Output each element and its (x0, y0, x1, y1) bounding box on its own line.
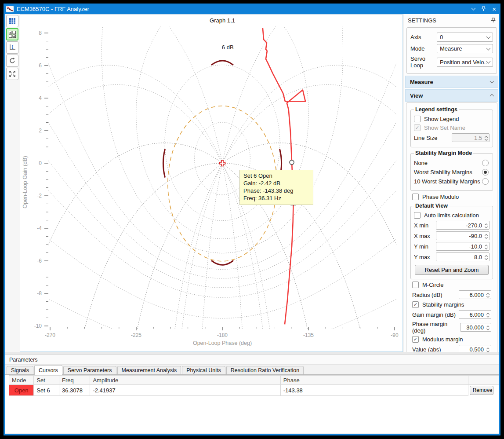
tooltip-freq: Freq: 36.31 Hz (243, 195, 309, 202)
svg-text:8: 8 (39, 30, 42, 36)
remove-cursor-button[interactable]: Remove (470, 386, 493, 395)
servo-loop-label: Servo Loop (410, 55, 437, 69)
cursors-table: Mode Set Freq Amplitude Phase Open Set 6… (9, 375, 499, 396)
col-set: Set (34, 376, 59, 385)
svg-text:-6: -6 (37, 258, 42, 264)
show-legend-label: Show Legend (424, 116, 459, 122)
reset-zoom-icon (8, 57, 16, 65)
table-header-row: Mode Set Freq Amplitude Phase (9, 376, 499, 385)
xmax-spinner[interactable]: -90.0 (436, 231, 489, 240)
app-icon (6, 6, 14, 12)
gain-margin-label: Gain margin (dB) (412, 311, 456, 318)
tab-signals[interactable]: Signals (7, 366, 33, 374)
auto-limits-checkbox[interactable] (414, 212, 421, 219)
auto-limits-label: Auto limits calculation (424, 212, 479, 219)
svg-text:-225: -225 (131, 332, 141, 338)
axes: -270-225-180-135-9086420-2-4-6-8-10 (34, 30, 399, 338)
parameters-header: Parameters (5, 355, 499, 365)
cursor-set-cell: Set 6 (34, 385, 59, 396)
pin-icon[interactable] (491, 18, 496, 23)
option-10worst-radio[interactable] (482, 178, 489, 185)
radius-spinner[interactable]: 6.000 (459, 290, 491, 299)
phase-modulo-label: Phase Modulo (422, 194, 459, 200)
svg-text:4: 4 (39, 95, 42, 101)
fullscreen-button[interactable] (6, 68, 18, 80)
col-mode: Mode (9, 376, 34, 385)
value-abs-spinner[interactable]: 0.500 (459, 345, 491, 352)
show-set-name-label: Show Set Name (424, 124, 465, 131)
value-abs-label: Value (abs) (412, 346, 441, 352)
stability-margin-mode-title: Stability Margin Mode (414, 150, 473, 156)
ymin-label: Y min (414, 243, 428, 250)
default-view-group: Default View Auto limits calculation X m… (410, 203, 493, 279)
axis-scale-button[interactable] (6, 41, 18, 54)
phase-margin-spinner[interactable]: 30.000 (460, 323, 491, 332)
xmax-label: X max (414, 233, 430, 239)
cursor-tooltip: Set 6 Open Gain: -2.42 dB Phase: -143.38… (239, 170, 313, 205)
servo-loop-select[interactable]: Position and Velo... (437, 58, 493, 67)
ymin-spinner[interactable]: -10.0 (436, 242, 489, 251)
cursor-phase-cell: -143.38 (280, 385, 468, 396)
tab-measurement-analysis[interactable]: Measurement Analysis (117, 366, 181, 374)
ymax-spinner[interactable]: 8.0 (436, 252, 489, 261)
phase-modulo-checkbox[interactable] (412, 194, 419, 200)
stability-margin-mode-group: Stability Margin Mode None Worst Stabili… (410, 150, 493, 191)
show-legend-checkbox[interactable] (414, 116, 421, 122)
pin-icon[interactable] (481, 6, 486, 11)
axis-mode-box: Axis 0 Mode Measure Servo Loop Position … (406, 27, 497, 74)
mode-select[interactable]: Measure (437, 44, 493, 53)
radius-label: Radius (dB) (412, 292, 442, 298)
panel-splitter[interactable] (5, 352, 499, 355)
window-title: ECM36570C - FRF Analyzer (17, 6, 89, 12)
svg-text:-135: -135 (303, 332, 314, 338)
section-view[interactable]: View (405, 89, 498, 102)
tab-resolution-ratio-verification[interactable]: Resolution Ratio Verification (226, 366, 304, 374)
svg-text:-10: -10 (34, 323, 42, 329)
window-menu-chevron-icon[interactable] (471, 6, 476, 11)
graph-title: Graph 1,1 (210, 17, 235, 24)
grid-layout-icon (8, 17, 16, 25)
grid-layout-button[interactable] (6, 15, 18, 27)
reset-zoom-button[interactable] (6, 55, 18, 67)
tab-cursors[interactable]: Cursors (34, 365, 62, 375)
axis-scale-icon (8, 44, 16, 51)
section-measure[interactable]: Measure (405, 76, 498, 88)
settings-title: SETTINGS (408, 17, 436, 24)
default-view-title: Default View (414, 203, 449, 209)
modulus-margin-checkbox[interactable] (412, 336, 419, 343)
chevron-down-icon (490, 79, 494, 84)
stability-margins-label: Stability margins (422, 301, 464, 308)
nichols-chart-canvas[interactable]: 6 dB-270-225-180-135-9086420-2-4-6-8-10G… (20, 15, 402, 351)
plot-select-button[interactable] (6, 28, 18, 40)
line-size-label: Line Size (414, 135, 437, 141)
m-circle-checkbox[interactable] (412, 282, 419, 288)
m-circle-label: M-Circle (422, 282, 443, 288)
cursor-freq-cell: 36.3078 (59, 385, 90, 396)
gain-margin-spinner[interactable]: 6.000 (459, 310, 491, 319)
stability-margins-checkbox[interactable] (412, 301, 419, 308)
reset-pan-zoom-button[interactable]: Reset Pan and Zoom (415, 265, 489, 275)
graph-panel: 6 dB-270-225-180-135-9086420-2-4-6-8-10G… (20, 15, 403, 352)
close-icon[interactable]: × (492, 6, 496, 12)
frf-analyzer-window: ECM36570C - FRF Analyzer × (4, 4, 500, 435)
option-none-label: None (414, 160, 428, 166)
tab-servo-parameters[interactable]: Servo Parameters (63, 366, 116, 374)
axis-select[interactable]: 0 (437, 33, 493, 42)
cursor-amplitude-cell: -2.41937 (90, 385, 280, 396)
svg-text:-90: -90 (391, 332, 399, 338)
parameters-tabs: Signals Cursors Servo Parameters Measure… (5, 365, 499, 375)
option-none-radio[interactable] (482, 160, 489, 166)
parameters-panel: Parameters Signals Cursors Servo Paramet… (5, 352, 499, 433)
view-section-body: Legend settings Show Legend Show Set Nam… (406, 102, 497, 352)
mode-label: Mode (410, 45, 425, 52)
svg-text:-2: -2 (37, 193, 42, 199)
tooltip-set-name: Set 6 Open (243, 172, 309, 180)
xmin-spinner[interactable]: -270.0 (436, 221, 489, 230)
gain-margin-value-label: 6 dB (222, 44, 234, 51)
cursor-mode-cell: Open (9, 385, 34, 396)
option-worst-radio[interactable] (482, 169, 489, 176)
svg-text:2: 2 (39, 128, 42, 134)
svg-text:-8: -8 (37, 290, 42, 296)
svg-text:6: 6 (39, 62, 42, 69)
tab-physical-units[interactable]: Physical Units (182, 366, 225, 374)
